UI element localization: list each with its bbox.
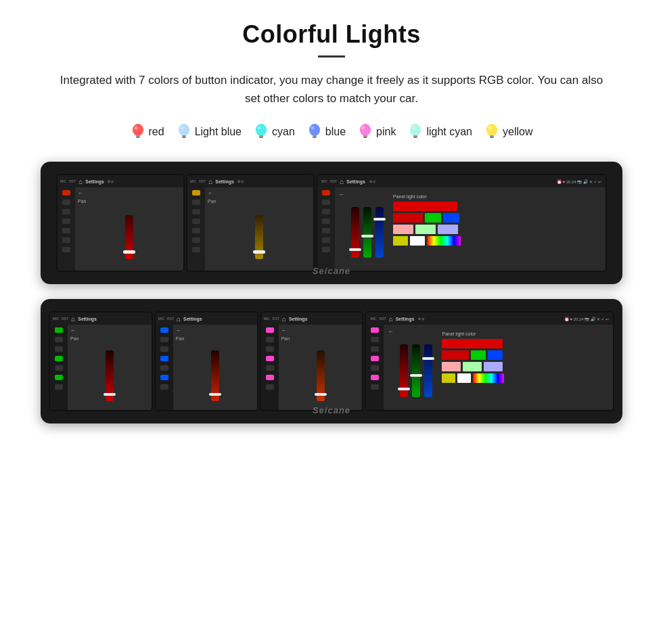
screen-b4-content: ← <box>384 325 613 410</box>
screen-b3-content: ← Pan <box>279 325 363 410</box>
screen-b4-header: MIC RST ⌂ Settings ✿ ψ ⏰ ♥ 20:24 📷 🔊 ✕ ⤶… <box>366 313 613 325</box>
screen-b4-color-grid: Panel light color <box>439 329 609 406</box>
color-cell-red-wide <box>393 202 457 211</box>
screen-b1-sidebar <box>50 325 68 410</box>
color-cell-red <box>393 213 423 223</box>
screen-2: MIC RST ⌂ Settings ✿ ψ ← Pan <box>186 174 315 272</box>
b4-cell-rainbow <box>473 373 504 383</box>
screen-1-panel-label: Pan <box>78 199 181 204</box>
b4-row3 <box>442 362 606 371</box>
color-item-cyan: cyan <box>254 122 295 141</box>
b4-cell-white <box>457 373 471 383</box>
screen-3-red-slider <box>351 207 359 258</box>
screen-3-content: ← <box>335 187 605 271</box>
screen-b2-back: ← <box>176 327 254 334</box>
screen-1-slider-thumb <box>123 250 135 254</box>
screen-b3-sidebar <box>261 325 279 410</box>
screen-b3-body: ← Pan <box>261 325 363 410</box>
page-container: Colorful Lights Integrated with 7 colors… <box>0 0 663 465</box>
screen-2-panel-label: Pan <box>208 199 311 204</box>
screen-b4-red-slider <box>400 344 408 397</box>
screen-2-slider-thumb <box>253 250 265 254</box>
screen-b4-back: ← <box>388 329 393 335</box>
screen-3-sidebar <box>317 187 335 271</box>
svg-point-16 <box>309 124 320 136</box>
b4-row4 <box>442 373 606 383</box>
color-grid-row4 <box>393 236 599 246</box>
screen-3-red-thumb <box>349 248 361 251</box>
screen-2-content: ← Pan <box>205 187 313 271</box>
screen-1-slider-area <box>78 206 181 268</box>
color-cell-rainbow <box>427 236 461 246</box>
screen-b3-slider <box>317 350 325 401</box>
color-label-pink: pink <box>376 126 396 138</box>
screen-3-green-thumb <box>361 235 373 237</box>
svg-rect-33 <box>490 137 494 139</box>
screen-b1-content: ← Pan <box>68 325 152 410</box>
b4-row2 <box>442 350 606 360</box>
screen-b3-thumb <box>315 393 327 396</box>
svg-point-9 <box>180 127 183 130</box>
screen-3-body: ← <box>317 187 605 271</box>
screen-3-back: ← <box>339 191 344 198</box>
screen-1-sidebar <box>58 187 75 271</box>
top-screens-row: MIC RST ⌂ Settings ✿ ψ ← Pan <box>41 162 622 284</box>
svg-point-1 <box>133 124 143 136</box>
screen-b4-back-area: ← <box>388 329 393 406</box>
screen-3-color-grid: Panel light color <box>390 191 601 267</box>
bulb-icon-yellow <box>484 122 499 141</box>
bulb-icon-lightcyan <box>408 122 423 141</box>
screen-b2-thumb <box>209 393 221 396</box>
panel-light-color-label: Panel light color <box>393 194 599 199</box>
svg-point-19 <box>311 127 314 130</box>
svg-point-14 <box>258 127 261 130</box>
screen-2-slider <box>255 215 263 259</box>
screen-3-blue-thumb <box>373 218 386 221</box>
svg-rect-3 <box>136 137 139 139</box>
svg-rect-18 <box>313 137 316 139</box>
svg-point-26 <box>410 124 421 136</box>
color-labels-row: red Light blue cyan <box>41 122 622 141</box>
color-cell-yellow <box>393 236 408 246</box>
screen-b2-sidebar <box>156 325 173 410</box>
screen-2-header: MIC RST ⌂ Settings ✿ ψ <box>187 175 313 187</box>
svg-point-31 <box>486 124 497 136</box>
color-cell-white <box>410 236 425 246</box>
svg-point-21 <box>360 124 371 136</box>
color-cell-lightblue <box>438 225 458 234</box>
screen-b4-sidebar <box>366 325 384 410</box>
color-item-red: red <box>131 122 164 141</box>
color-cell-green <box>425 213 441 223</box>
svg-point-29 <box>412 127 415 130</box>
color-grid-row1 <box>393 202 599 211</box>
screen-b4-green-slider <box>412 344 420 397</box>
screen-b1-slider <box>106 350 114 401</box>
screen-3-back-area: ← <box>339 191 344 267</box>
color-item-lightblue: Light blue <box>177 122 242 141</box>
top-watermark: Seicane <box>313 266 350 276</box>
svg-point-24 <box>362 127 365 130</box>
screen-b4-sliders <box>400 329 432 406</box>
color-label-blue: blue <box>325 126 346 138</box>
color-label-lightblue: Light blue <box>195 126 242 138</box>
svg-rect-13 <box>260 137 263 139</box>
svg-point-4 <box>134 127 137 130</box>
bottom-watermark: Seicane <box>313 405 350 415</box>
svg-point-34 <box>488 127 492 130</box>
color-cell-pink <box>393 225 413 234</box>
b4-cell-lightgreen <box>463 362 482 371</box>
screen-b2-content: ← Pan <box>173 325 257 410</box>
b4-cell-green <box>471 350 486 360</box>
screen-b4-green-thumb <box>410 374 422 377</box>
screen-b3-header: MIC RST ⌂ Settings <box>261 313 363 325</box>
b4-cell-blue <box>488 350 503 360</box>
color-label-yellow: yellow <box>503 126 532 138</box>
page-description: Integrated with 7 colors of button indic… <box>54 71 609 108</box>
screen-b2-body: ← Pan <box>156 325 257 410</box>
svg-rect-8 <box>182 137 185 139</box>
bulb-icon-blue <box>307 122 322 141</box>
b4-cell-red-wide <box>442 339 503 348</box>
color-label-cyan: cyan <box>272 126 295 138</box>
bulb-icon-pink <box>358 122 373 141</box>
screen-1-body: ← Pan <box>58 187 183 271</box>
